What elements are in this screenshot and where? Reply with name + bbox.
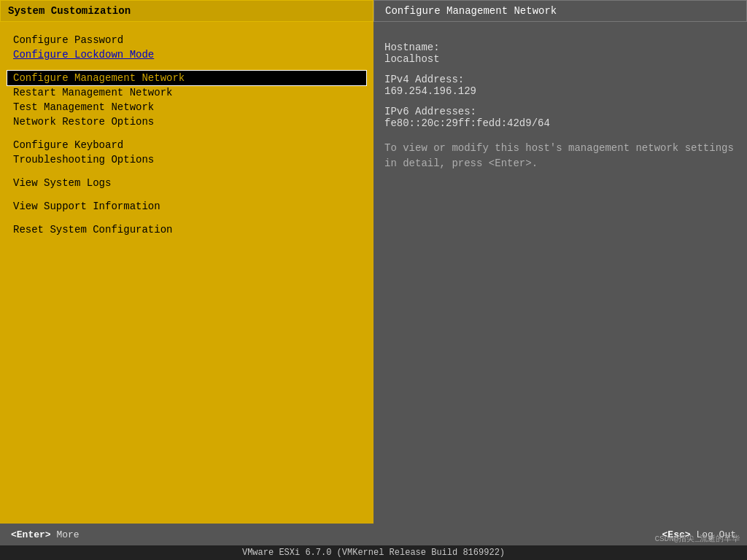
main-content: Configure Password Configure Lockdown Mo…	[0, 22, 747, 524]
enter-key: <Enter>	[11, 529, 51, 540]
right-panel-title: Configure Management Network	[374, 0, 747, 22]
left-panel-title: System Customization	[0, 0, 374, 22]
enter-shortcut: <Enter> More	[11, 529, 80, 540]
left-panel: Configure Password Configure Lockdown Mo…	[0, 22, 374, 524]
menu-item-configure-management-network[interactable]: Configure Management Network	[7, 71, 366, 85]
bottom-bar: <Enter> More <Esc> Log Out VMware ESXi 6…	[0, 524, 747, 560]
menu-item-configure-lockdown[interactable]: Configure Lockdown Mode	[7, 47, 366, 62]
app: System Customization Configure Managemen…	[0, 0, 747, 560]
ipv6-value: fe80::20c:29ff:fedd:42d9/64	[384, 117, 736, 129]
right-panel: Hostname: localhost IPv4 Address: 169.25…	[374, 22, 747, 524]
menu-item-view-system-logs[interactable]: View System Logs	[7, 176, 366, 190]
hostname-value: localhost	[384, 53, 736, 65]
menu-item-reset-system-configuration[interactable]: Reset System Configuration	[7, 222, 366, 237]
version-text: VMware ESXi 6.7.0 (VMKernel Release Buil…	[242, 548, 505, 558]
menu-item-troubleshooting-options[interactable]: Troubleshooting Options	[7, 152, 366, 167]
menu-spacer-3	[7, 167, 366, 176]
menu-spacer-1	[7, 62, 366, 71]
shortcut-bar: <Enter> More <Esc> Log Out	[0, 524, 747, 545]
menu-item-network-restore-options[interactable]: Network Restore Options	[7, 114, 366, 129]
system-customization-title: System Customization	[8, 5, 131, 17]
configure-network-title: Configure Management Network	[385, 5, 557, 17]
ipv6-label: IPv6 Addresses:	[384, 106, 736, 117]
menu-item-test-management-network[interactable]: Test Management Network	[7, 100, 366, 114]
menu-item-restart-management-network[interactable]: Restart Management Network	[7, 85, 366, 100]
menu-item-configure-keyboard[interactable]: Configure Keyboard	[7, 138, 366, 152]
menu-spacer-2	[7, 129, 366, 138]
menu-item-view-support-information[interactable]: View Support Information	[7, 199, 366, 214]
ipv4-label: IPv4 Address:	[384, 74, 736, 85]
ipv4-value: 169.254.196.129	[384, 85, 736, 97]
menu-spacer-5	[7, 214, 366, 222]
watermark: CSDN@指尖_流逝的车华	[654, 533, 740, 544]
top-bar: System Customization Configure Managemen…	[0, 0, 747, 22]
menu-item-configure-password[interactable]: Configure Password	[7, 33, 366, 47]
menu-spacer-4	[7, 190, 366, 199]
version-bar: VMware ESXi 6.7.0 (VMKernel Release Buil…	[0, 545, 747, 560]
network-description: To view or modify this host's management…	[384, 141, 736, 171]
hostname-label: Hostname:	[384, 42, 736, 53]
